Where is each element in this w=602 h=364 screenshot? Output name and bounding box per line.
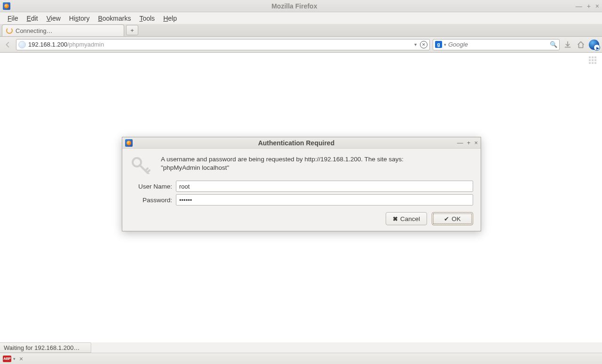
status-bar: Waiting for 192.168.1.200… [0, 342, 91, 353]
loading-spinner-icon [6, 27, 13, 34]
new-tab-button[interactable]: + [126, 25, 138, 35]
url-text[interactable]: 192.168.1.200/phpmyadmin [28, 41, 412, 48]
username-label: User Name: [130, 183, 172, 190]
dialog-titlebar: Authentication Required — + × [122, 137, 481, 149]
search-engine-icon[interactable]: g [435, 41, 442, 48]
navigation-toolbar: 192.168.1.200/phpmyadmin ▾ ✕ g ▾ 🔍 ▶ [0, 37, 602, 53]
menu-edit[interactable]: Edit [23, 14, 42, 23]
menu-help[interactable]: Help [159, 14, 181, 23]
addon-bar: ABP ▾ × [0, 353, 602, 364]
media-button[interactable]: ▶ [589, 40, 599, 50]
window-titlebar: Mozilla Firefox — + × [0, 0, 602, 12]
addon-bar-close-icon[interactable]: × [19, 355, 23, 363]
ok-check-icon: ✔ [444, 215, 449, 222]
menu-view[interactable]: View [43, 14, 64, 23]
plus-icon: + [130, 27, 134, 34]
search-input[interactable] [448, 41, 548, 48]
key-icon [130, 155, 152, 174]
password-input[interactable] [176, 194, 473, 206]
search-go-icon[interactable]: 🔍 [550, 41, 557, 48]
site-identity-icon[interactable] [18, 41, 26, 48]
cancel-x-icon: ✖ [393, 215, 398, 222]
home-button[interactable] [576, 40, 586, 50]
dialog-maximize-icon[interactable]: + [467, 139, 471, 146]
firefox-icon [125, 139, 133, 147]
tab-bar: Connecting… + [0, 24, 602, 37]
dialog-minimize-icon[interactable]: — [457, 139, 463, 146]
menu-tools[interactable]: Tools [135, 14, 158, 23]
ok-button[interactable]: ✔ OK [432, 212, 473, 225]
window-close-icon[interactable]: × [595, 3, 599, 9]
back-button[interactable] [3, 40, 13, 50]
dialog-message: A username and password are being reques… [161, 155, 443, 172]
password-label: Password: [130, 197, 172, 204]
window-maximize-icon[interactable]: + [587, 3, 591, 9]
menu-history[interactable]: History [65, 14, 94, 23]
menubar: File Edit View History Bookmarks Tools H… [0, 12, 602, 24]
cancel-label: Cancel [400, 215, 420, 222]
search-engine-dropdown-icon[interactable]: ▾ [444, 42, 446, 47]
username-input[interactable] [176, 181, 473, 192]
status-text: Waiting for 192.168.1.200… [4, 344, 79, 351]
tab-label: Connecting… [16, 27, 53, 34]
menu-file[interactable]: File [4, 14, 22, 23]
adblock-plus-icon[interactable]: ABP [3, 356, 11, 362]
auth-dialog: Authentication Required — + × A username… [122, 137, 481, 231]
tab-groups-icon[interactable] [589, 56, 597, 65]
window-minimize-icon[interactable]: — [576, 3, 582, 9]
tab-active[interactable]: Connecting… [2, 24, 124, 36]
ok-label: OK [452, 215, 461, 222]
dialog-close-icon[interactable]: × [474, 139, 478, 146]
firefox-icon [3, 2, 10, 10]
adblock-dropdown-icon[interactable]: ▾ [13, 356, 16, 361]
window-title: Mozilla Firefox [13, 2, 576, 10]
menu-bookmarks[interactable]: Bookmarks [94, 14, 135, 23]
cancel-button[interactable]: ✖ Cancel [386, 212, 427, 225]
search-bar[interactable]: g ▾ 🔍 [433, 39, 560, 50]
url-history-dropdown-icon[interactable]: ▾ [412, 42, 419, 47]
url-bar[interactable]: 192.168.1.200/phpmyadmin ▾ ✕ [16, 39, 430, 50]
downloads-button[interactable] [562, 40, 573, 50]
dialog-title: Authentication Required [135, 139, 457, 147]
stop-button[interactable]: ✕ [420, 41, 428, 48]
